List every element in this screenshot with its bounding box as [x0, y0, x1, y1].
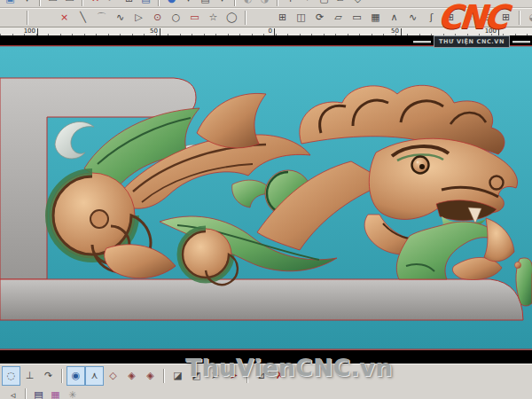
ruler-label: 50: [379, 27, 399, 35]
draw-circle-icon[interactable]: ◯: [223, 9, 241, 27]
watermark-text: ThuVienCNC.vn: [185, 354, 392, 381]
snap-center-icon[interactable]: ◉: [66, 366, 85, 386]
draw-line-icon[interactable]: ╲: [74, 9, 92, 27]
draw-ellipse-icon[interactable]: ○: [167, 9, 185, 27]
draw-tools: ×╲⌒∿▷⊙○▭☆◯: [32, 8, 241, 27]
dragon-pupil: [419, 164, 425, 169]
dropdown-caret-icon[interactable]: ▾: [19, 0, 35, 7]
snap-ellipse-icon[interactable]: ◌: [2, 366, 20, 386]
separator: [25, 388, 27, 399]
settings-flower-icon[interactable]: ✳: [64, 387, 81, 399]
doc-small-icon[interactable]: ▭: [44, 0, 61, 7]
snap-node-icon[interactable]: ⋏: [85, 366, 104, 386]
separator: [39, 0, 41, 6]
logo-cnc-text: CNC: [412, 0, 532, 35]
stretch-icon[interactable]: ▭: [348, 9, 366, 27]
separator: [82, 0, 83, 6]
draw-star-icon[interactable]: ☆: [204, 9, 223, 27]
select-poly-icon[interactable]: ▱: [332, 0, 349, 7]
cnc-cad-window: ▣▾▭▭✕✂⊞▤●▾▤▾◐◑+⌖▢▱◇ ×╲⌒∿▷⊙○▭☆◯ ⊞◫⟳▱▭▦∧∿ʃ…: [0, 0, 532, 399]
relief-dome-a-icon[interactable]: ◐: [239, 0, 256, 7]
separator: [245, 11, 246, 25]
cut-scissors-icon[interactable]: ✂: [104, 0, 121, 7]
perspective-icon[interactable]: ∧: [385, 9, 403, 27]
ruler-label: 50: [138, 27, 158, 35]
delete-node-icon[interactable]: ×: [55, 9, 74, 27]
nudge-icon[interactable]: ◃: [4, 387, 21, 399]
select-rect-icon[interactable]: ▢: [316, 0, 332, 7]
site-logo: CNC THƯ VIỆN CNC.VN: [413, 0, 530, 48]
copy-icon[interactable]: ⊞: [121, 0, 137, 7]
bottom-partial-toolbar: ◃▤▦✳: [0, 387, 532, 399]
separator: [27, 11, 28, 25]
draw-rectangle-icon[interactable]: ▭: [185, 9, 204, 27]
palette-dialog-icon[interactable]: ▦: [47, 387, 64, 399]
fill-tool-icon[interactable]: ◪: [168, 366, 187, 386]
draw-polyline-icon[interactable]: ∿: [111, 9, 129, 27]
separator: [163, 369, 165, 383]
doc-small2-icon[interactable]: ▭: [61, 0, 78, 7]
eye-glint: [417, 161, 419, 164]
rotate-icon[interactable]: ⟳: [310, 9, 329, 27]
snap-intersection-icon[interactable]: ◈: [141, 366, 160, 386]
banner-line-right: [512, 41, 530, 43]
separator: [158, 0, 160, 6]
model-bottom-outline: [0, 349, 532, 350]
snap-quadrant-icon[interactable]: ◇: [104, 366, 122, 386]
target-icon[interactable]: ⌖: [299, 0, 316, 7]
separator: [277, 0, 278, 6]
ruler-label: 0: [253, 27, 272, 35]
select-lasso-icon[interactable]: ◇: [349, 0, 366, 7]
preview-icon[interactable]: ▤: [197, 0, 214, 7]
mirror-icon[interactable]: ◫: [292, 9, 310, 27]
paste-icon[interactable]: ▤: [137, 0, 154, 7]
block-array-icon[interactable]: ▦: [366, 9, 385, 27]
draw-polygon-icon[interactable]: ▷: [129, 9, 148, 27]
add-point-icon[interactable]: +: [282, 0, 299, 7]
group-copy-icon[interactable]: ⊞: [273, 9, 292, 27]
relief-dome-b-icon[interactable]: ◑: [256, 0, 273, 7]
ruler-label: 100: [16, 27, 35, 35]
snap-tangent-icon[interactable]: ↷: [39, 366, 58, 386]
draw-arc-icon[interactable]: ⌒: [92, 9, 111, 27]
snap-perpendicular-icon[interactable]: ⊥: [20, 366, 39, 386]
skew-icon[interactable]: ▱: [329, 9, 348, 27]
logo-banner: THƯ VIỆN CNC.VN: [413, 35, 530, 48]
copper-dot-edge: [515, 262, 521, 269]
color-picker-icon[interactable]: ▣: [2, 0, 19, 7]
separator: [61, 369, 63, 383]
model-flat-border-bottom: [0, 279, 523, 320]
draw-circle-center-icon[interactable]: ⊙: [148, 9, 167, 27]
separator: [234, 0, 236, 6]
clipboard-icon[interactable]: ▤: [30, 387, 47, 399]
banner-text: THƯ VIỆN CNC.VN: [434, 35, 510, 48]
snap-midpoint-icon[interactable]: ◈: [122, 366, 141, 386]
model-viewport[interactable]: [0, 35, 532, 364]
delete-x-icon[interactable]: ✕: [87, 0, 104, 7]
sphere-caret-icon[interactable]: ▾: [180, 0, 197, 7]
preview-caret-icon[interactable]: ▾: [214, 0, 231, 7]
banner-line-left: [413, 41, 431, 43]
render-sphere-icon[interactable]: ●: [163, 0, 180, 7]
